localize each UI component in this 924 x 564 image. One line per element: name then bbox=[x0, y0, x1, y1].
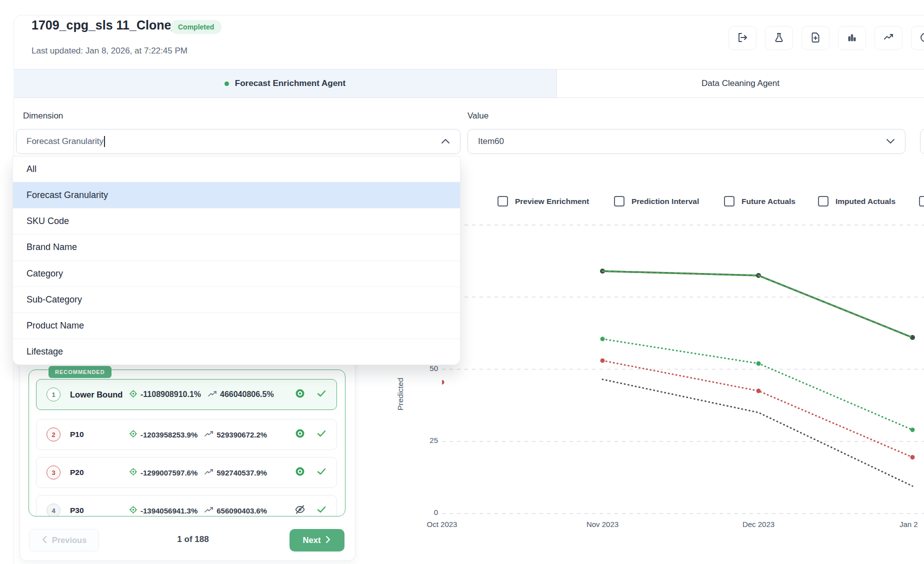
value-select[interactable]: Item60 bbox=[468, 129, 906, 154]
flask-icon bbox=[774, 32, 784, 44]
rank-item-p30[interactable]: 4 P30 -1394056941.3% 656090403.6% bbox=[36, 495, 337, 516]
dimension-combobox[interactable]: Forecast Granularity bbox=[16, 129, 460, 154]
target-value: -1108908910.1% bbox=[140, 390, 201, 399]
previous-button[interactable]: Previous bbox=[29, 529, 99, 552]
last-updated-text: Last updated: Jan 8, 2026, at 7:22:45 PM bbox=[32, 46, 188, 56]
export-button[interactable] bbox=[728, 26, 756, 50]
page-indicator: 1 of 188 bbox=[163, 534, 223, 544]
rank-badge: 1 bbox=[46, 388, 60, 402]
mini-trend-icon bbox=[204, 430, 214, 439]
add-file-button[interactable] bbox=[802, 26, 830, 50]
tab-label: Data Cleaning Agent bbox=[702, 78, 780, 88]
dimension-label: Dimension bbox=[23, 111, 63, 121]
visibility-on-icon[interactable] bbox=[294, 388, 306, 401]
tab-label: Forecast Enrichment Agent bbox=[235, 78, 346, 88]
app-root: 1709_cpg_sls 11_Clone_5 Completed Last u… bbox=[0, 0, 924, 564]
selected-check-icon[interactable] bbox=[316, 428, 326, 440]
tab-forecast-enrichment-agent[interactable]: Forecast Enrichment Agent bbox=[14, 70, 556, 98]
toggle-future-actuals: Future Actuals bbox=[724, 196, 796, 206]
page-title: 1709_cpg_sls 11_Clone_5 bbox=[32, 18, 185, 32]
y-axis-label: Predicted bbox=[396, 354, 405, 434]
line-chart-button[interactable] bbox=[874, 26, 902, 50]
target-icon bbox=[129, 430, 138, 440]
agent-tab-bar: Forecast Enrichment Agent Data Cleaning … bbox=[14, 69, 924, 98]
option-sku-code[interactable]: SKU Code bbox=[13, 208, 460, 234]
option-brand-name[interactable]: Brand Name bbox=[13, 234, 460, 260]
mini-trend-icon bbox=[204, 506, 214, 515]
recommended-group-box: 1 Lower Bound -1108908910.1% 466040806.5… bbox=[28, 370, 346, 516]
visibility-on-icon[interactable] bbox=[294, 466, 306, 479]
dimension-dropdown-menu: All Forecast Granularity SKU Code Brand … bbox=[12, 156, 460, 365]
text-cursor bbox=[104, 136, 105, 147]
checkbox-label: Prediction Interval bbox=[632, 197, 699, 206]
rank-item-p10[interactable]: 2 P10 -1203958253.9% 529390672.2% bbox=[36, 419, 337, 450]
tab-data-cleaning-agent[interactable]: Data Cleaning Agent bbox=[556, 70, 924, 98]
option-forecast-granularity[interactable]: Forecast Granularity bbox=[13, 182, 460, 208]
trend-value: 529390672.2% bbox=[216, 430, 267, 439]
export-icon bbox=[737, 32, 748, 44]
trend-line-icon bbox=[883, 32, 894, 44]
checkbox-label: Imputed Actuals bbox=[836, 197, 896, 206]
target-value: -1394056941.3% bbox=[140, 506, 198, 515]
clock-icon bbox=[920, 32, 924, 44]
value-select-value: Item60 bbox=[478, 136, 504, 146]
target-icon bbox=[129, 506, 138, 516]
selected-check-icon[interactable] bbox=[316, 388, 326, 400]
rank-badge: 4 bbox=[46, 504, 60, 516]
toggle-prediction-interval: Prediction Interval bbox=[614, 196, 699, 206]
trend-value: 466040806.5% bbox=[220, 390, 274, 399]
checkbox[interactable] bbox=[919, 196, 924, 206]
partial-select[interactable] bbox=[920, 129, 924, 154]
x-tick-nov: Nov 2023 bbox=[575, 520, 630, 528]
visibility-off-icon[interactable] bbox=[294, 504, 306, 516]
option-category[interactable]: Category bbox=[13, 260, 460, 286]
green-status-dot-icon bbox=[224, 82, 229, 86]
candidate-name: P10 bbox=[70, 430, 129, 439]
selected-check-icon[interactable] bbox=[316, 504, 326, 516]
trend-value: 592740537.9% bbox=[216, 468, 267, 477]
file-plus-icon bbox=[810, 32, 821, 44]
checkbox-label: Preview Enrichment bbox=[515, 197, 589, 206]
chevron-left-icon bbox=[42, 536, 47, 546]
previous-label: Previous bbox=[52, 536, 87, 545]
option-sub-category[interactable]: Sub-Category bbox=[13, 286, 460, 312]
next-button[interactable]: Next bbox=[290, 529, 344, 552]
y-tick-50: 50 bbox=[403, 364, 438, 372]
next-label: Next bbox=[303, 536, 321, 545]
checkbox[interactable] bbox=[724, 196, 734, 206]
option-product-name[interactable]: Product Name bbox=[13, 312, 460, 338]
rank-badge: 2 bbox=[46, 428, 60, 442]
value-label: Value bbox=[468, 111, 488, 121]
bar-chart-button[interactable] bbox=[838, 26, 866, 50]
selected-check-icon[interactable] bbox=[316, 466, 326, 478]
rank-item-lower-bound[interactable]: 1 Lower Bound -1108908910.1% 466040806.5… bbox=[36, 379, 337, 410]
candidate-name: Lower Bound bbox=[70, 390, 129, 400]
rank-badge: 3 bbox=[46, 466, 60, 480]
recommended-badge: RECOMMENDED bbox=[48, 366, 112, 378]
history-button[interactable] bbox=[911, 26, 924, 50]
y-tick-25: 25 bbox=[403, 436, 438, 444]
checkbox[interactable] bbox=[614, 196, 624, 206]
toggle-preview-enrichment: Preview Enrichment bbox=[498, 196, 589, 206]
checkbox[interactable] bbox=[818, 196, 828, 206]
experiment-button[interactable] bbox=[765, 26, 793, 50]
mini-trend-icon bbox=[208, 390, 217, 399]
dimension-input-value: Forecast Granularity bbox=[26, 136, 104, 146]
forecast-chart bbox=[442, 215, 924, 517]
chevron-down-icon bbox=[886, 136, 895, 146]
x-tick-dec: Dec 2023 bbox=[731, 520, 786, 528]
checkbox-label: Future Actuals bbox=[742, 197, 796, 206]
target-icon bbox=[129, 390, 138, 400]
toggle-partial bbox=[919, 196, 924, 206]
visibility-on-icon[interactable] bbox=[294, 428, 306, 441]
checkbox[interactable] bbox=[498, 196, 508, 206]
trend-value: 656090403.6% bbox=[216, 506, 267, 515]
candidate-name: P20 bbox=[70, 468, 129, 477]
option-all[interactable]: All bbox=[13, 156, 460, 182]
rank-item-p20[interactable]: 3 P20 -1299007597.6% 592740537.9% bbox=[36, 457, 337, 488]
target-icon bbox=[129, 468, 138, 478]
candidate-name: P30 bbox=[70, 506, 129, 515]
toolbar bbox=[728, 26, 924, 50]
option-lifestage[interactable]: Lifestage bbox=[13, 338, 460, 364]
x-tick-jan: Jan 2 bbox=[900, 520, 924, 528]
